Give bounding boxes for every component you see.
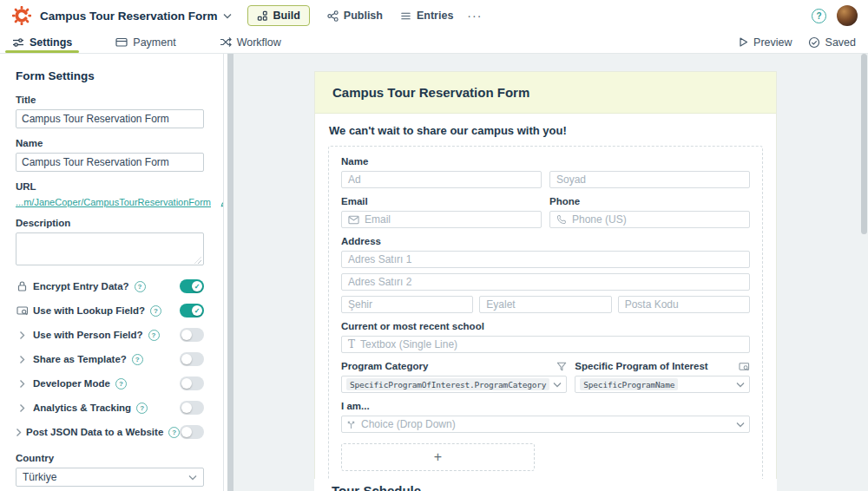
chevron-down-icon bbox=[553, 382, 562, 388]
lookup-toggle[interactable]: ✓ bbox=[180, 304, 204, 318]
program-category-select[interactable]: SpecificProgramOfInterest.ProgramCategor… bbox=[341, 376, 567, 393]
analytics-toggle[interactable] bbox=[180, 401, 204, 415]
saved-label: Saved bbox=[825, 36, 856, 49]
iam-placeholder: Choice (Drop Down) bbox=[361, 418, 456, 430]
top-right-actions: ? bbox=[812, 5, 858, 26]
build-label: Build bbox=[273, 10, 300, 22]
publish-button[interactable]: Publish bbox=[327, 10, 383, 22]
help-question-icon[interactable]: ? bbox=[136, 403, 148, 414]
preview-label: Preview bbox=[753, 36, 792, 49]
toggle-label: Post JSON Data to a Website bbox=[26, 427, 163, 437]
build-button[interactable]: Build bbox=[247, 5, 310, 26]
specific-program-select[interactable]: SpecificProgramName bbox=[575, 376, 750, 393]
school-field[interactable]: T Textbox (Single Line) bbox=[341, 336, 750, 353]
zip-field[interactable]: Posta Kodu bbox=[618, 296, 750, 313]
nav-bar: Settings Payment Workflow Preview Saved bbox=[0, 31, 868, 54]
country-select[interactable]: Türkiye bbox=[16, 468, 204, 487]
next-section-heading: Tour Schedule bbox=[332, 483, 760, 491]
school-field-label: Current or most recent school bbox=[341, 321, 750, 332]
toggle-row-person: Use with Person Field? ? bbox=[16, 328, 204, 342]
help-question-icon[interactable]: ? bbox=[168, 427, 180, 438]
help-question-icon[interactable]: ? bbox=[115, 378, 127, 390]
person-toggle[interactable] bbox=[180, 328, 204, 342]
toggle-row-postjson: Post JSON Data to a Website ? bbox=[16, 425, 204, 439]
address-line1-field[interactable]: Adres Satırı 1 bbox=[341, 251, 750, 268]
form-title-menu[interactable]: Campus Tour Reservation Form bbox=[40, 10, 218, 23]
chevron-right-icon[interactable] bbox=[16, 428, 22, 437]
vertical-scrollbar[interactable] bbox=[861, 54, 867, 234]
address-line2-placeholder: Adres Satırı 2 bbox=[348, 276, 411, 288]
tab-payment[interactable]: Payment bbox=[112, 31, 179, 53]
textbox-T-icon: T bbox=[348, 339, 355, 350]
last-name-placeholder: Soyad bbox=[556, 173, 586, 186]
more-options-button[interactable]: ··· bbox=[467, 9, 482, 23]
tab-settings[interactable]: Settings bbox=[9, 31, 76, 53]
form-card: Campus Tour Reservation Form We can't wa… bbox=[314, 71, 777, 491]
title-input[interactable] bbox=[16, 109, 204, 128]
help-icon[interactable]: ? bbox=[812, 9, 826, 23]
toggle-row-template: Share as Template? ? bbox=[16, 352, 204, 366]
preview-button[interactable]: Preview bbox=[739, 36, 792, 49]
user-avatar[interactable] bbox=[837, 5, 858, 26]
credit-card-icon bbox=[115, 36, 128, 48]
app-logo-gear-icon[interactable] bbox=[12, 6, 31, 25]
choice-branch-icon bbox=[346, 420, 356, 429]
chevron-right-icon[interactable] bbox=[16, 355, 29, 364]
city-field[interactable]: Şehir bbox=[341, 296, 473, 313]
entries-button[interactable]: Entries bbox=[400, 10, 453, 22]
address-line2-field[interactable]: Adres Satırı 2 bbox=[341, 273, 750, 291]
form-preview-area: Campus Tour Reservation Form We can't wa… bbox=[233, 54, 868, 491]
address-field-label: Address bbox=[341, 236, 750, 247]
tab-payment-label: Payment bbox=[133, 36, 175, 49]
help-question-icon[interactable]: ? bbox=[135, 281, 146, 292]
postjson-toggle[interactable] bbox=[180, 425, 204, 439]
chevron-down-icon bbox=[188, 475, 197, 481]
specific-program-label: Specific Program of Interest bbox=[575, 361, 707, 372]
edit-pencil-icon[interactable] bbox=[220, 196, 224, 208]
developer-toggle[interactable] bbox=[180, 376, 204, 390]
title-field-label: Title bbox=[16, 95, 204, 105]
lookup-field-icon[interactable] bbox=[739, 362, 750, 372]
phone-placeholder: Phone (US) bbox=[572, 213, 627, 226]
iam-select[interactable]: Choice (Drop Down) bbox=[341, 416, 750, 433]
filter-funnel-icon[interactable] bbox=[556, 362, 567, 372]
iam-field-label: I am... bbox=[341, 401, 750, 412]
panel-divider[interactable] bbox=[227, 54, 233, 491]
chevron-right-icon[interactable] bbox=[16, 379, 29, 389]
url-field-label: URL bbox=[16, 181, 204, 192]
sliders-icon bbox=[12, 36, 24, 49]
template-toggle[interactable] bbox=[180, 352, 204, 366]
email-field[interactable]: Email bbox=[341, 211, 542, 228]
share-nodes-icon bbox=[327, 10, 339, 22]
name-input[interactable] bbox=[16, 153, 204, 172]
help-question-icon[interactable]: ? bbox=[150, 305, 161, 317]
panel-heading: Form Settings bbox=[16, 69, 204, 82]
chevron-right-icon[interactable] bbox=[16, 331, 29, 340]
title-chevron-down-icon[interactable] bbox=[223, 13, 232, 19]
toggle-row-analytics: Analytics & Tracking ? bbox=[16, 401, 204, 415]
tab-workflow[interactable]: Workflow bbox=[216, 31, 285, 53]
school-placeholder: Textbox (Single Line) bbox=[360, 338, 457, 350]
last-name-field[interactable]: Soyad bbox=[549, 171, 750, 188]
encrypt-toggle[interactable]: ✓ bbox=[180, 279, 204, 293]
phone-field[interactable]: Phone (US) bbox=[549, 211, 750, 228]
publish-label: Publish bbox=[344, 10, 383, 22]
saved-status: Saved bbox=[808, 36, 856, 49]
form-intro-text[interactable]: We can't wait to share our campus with y… bbox=[329, 124, 762, 137]
form-fields-section[interactable]: Name Ad Soyad Email Email bbox=[328, 146, 763, 483]
toggle-label: Use with Lookup Field? bbox=[33, 305, 145, 316]
form-url-link[interactable]: ...m/JaneCoper/CampusTourReservationForm bbox=[16, 197, 211, 207]
envelope-icon bbox=[348, 215, 359, 225]
add-field-button[interactable]: + bbox=[341, 443, 535, 471]
description-textarea[interactable] bbox=[16, 232, 204, 265]
toggle-label: Share as Template? bbox=[33, 354, 127, 364]
form-card-header[interactable]: Campus Tour Reservation Form bbox=[315, 72, 776, 114]
help-question-icon[interactable]: ? bbox=[148, 330, 160, 341]
chevron-right-icon[interactable] bbox=[16, 403, 29, 413]
country-value: Türkiye bbox=[23, 471, 56, 483]
first-name-field[interactable]: Ad bbox=[341, 171, 542, 188]
state-field[interactable]: Eyalet bbox=[479, 296, 611, 313]
help-question-icon[interactable]: ? bbox=[132, 354, 143, 365]
name-field-label: Name bbox=[341, 156, 750, 167]
form-card-body: We can't wait to share our campus with y… bbox=[315, 114, 776, 491]
